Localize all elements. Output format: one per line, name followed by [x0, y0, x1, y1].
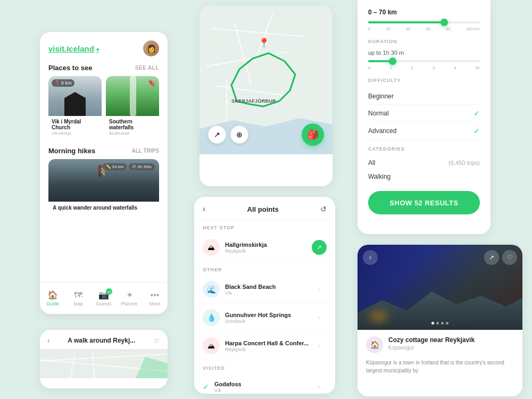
distance-slider-thumb[interactable] — [440, 19, 448, 26]
place-sub-church: Vikurkirkja — [52, 131, 98, 136]
map-location-pin: 📍 — [258, 37, 270, 49]
nav-map[interactable]: 🗺 Map — [65, 290, 91, 306]
logo-highlight: Iceland — [66, 44, 94, 53]
bottom-nav: 🏠 Guide 🗺 Map 📷 12 Guests ✦ Planner ••• … — [40, 282, 168, 314]
nav-more-label: More — [149, 301, 161, 306]
walk-card: ‹ A walk around Reykj... ☆ — [40, 330, 168, 388]
points-header: ‹ All points ↺ — [194, 197, 335, 220]
all-trips-link[interactable]: ALL TRIPS — [132, 148, 159, 154]
hike-distance-badge: 📏 24 km — [103, 163, 127, 170]
cottage-card: ‹ ↗ ♡ 🏠 Cozy cottage near Reykjavík Kópa… — [358, 245, 522, 396]
point-gunnuhver[interactable]: 💧 Gunnuhver Hot Springs Grindavík › — [194, 304, 335, 332]
guests-badge: 12 — [106, 288, 112, 295]
place-card-church[interactable]: 📍 6 km Vik i Myrdal Church Vikurkirkja — [48, 76, 102, 138]
nav-planner-label: Planner — [121, 301, 137, 306]
point-name-1: Black Sand Beach — [225, 284, 312, 290]
point-chevron-4[interactable]: › — [312, 379, 327, 394]
point-icon-church: ⛰ — [203, 239, 220, 256]
distance-badge: 📍 6 km — [52, 79, 74, 87]
point-icon-harpa: ⛰ — [203, 337, 220, 354]
map-background[interactable]: 📍 SKERJAFJÖRÐUR ↗ ⊕ 🎒 — [200, 5, 332, 154]
hikes-title: Morning hikes — [48, 147, 95, 155]
normal-check-icon: ✓ — [473, 109, 480, 118]
place-card-waterfall[interactable]: 🔖 Southern waterfalls Ásólfsskáli — [106, 76, 159, 138]
walk-back-btn[interactable]: ‹ — [47, 336, 50, 345]
place-name-church: Vik i Myrdal Church — [52, 119, 98, 130]
cottage-description: Kópavogur is a town in Iceland that is t… — [358, 356, 522, 380]
nav-guests[interactable]: 📷 12 Guests — [91, 290, 117, 306]
cottage-info: 🏠 Cozy cottage near Reykjavík Kópavogur — [358, 330, 522, 356]
walk-green-area — [136, 357, 168, 378]
point-icon-beach: 🌊 — [203, 281, 220, 298]
map-navigate-fab[interactable]: 🎒 — [302, 123, 324, 146]
logo-dropdown-arrow[interactable]: ▾ — [96, 47, 99, 53]
duration-value: up to 1h 30 m — [368, 49, 480, 56]
cottage-type-icon: 🏠 — [366, 336, 383, 353]
distance-range-label: 0 – 70 km — [368, 9, 480, 16]
point-chevron-3[interactable]: › — [312, 338, 327, 353]
nav-map-label: Map — [73, 301, 83, 306]
point-name-4: Godafoss — [214, 381, 312, 387]
point-black-sand[interactable]: 🌊 Black Sand Beach Vík › — [194, 276, 335, 304]
walk-map[interactable] — [40, 349, 168, 378]
point-city-3: Reykjavík — [225, 347, 312, 352]
app-logo: visit.Iceland ▾ — [48, 44, 99, 53]
places-row: 📍 6 km Vik i Myrdal Church Vikurkirkja 🔖… — [40, 76, 168, 145]
hike-card[interactable]: 🧗 📏 24 km ⏱ 2h 30m A quick wander around… — [48, 159, 159, 214]
distance-slider-track[interactable] — [368, 21, 480, 23]
guide-icon: 🏠 — [47, 290, 58, 300]
hike-duration-badge: ⏱ 2h 30m — [129, 163, 155, 170]
image-dots — [431, 322, 448, 325]
point-city-0: Reykjavík — [225, 248, 312, 254]
distance-filter: 0 – 70 km 020406080100 km DURATION up to… — [358, 0, 491, 184]
point-name-0: Hallgrímskirkja — [225, 242, 312, 248]
point-city-4: Vík — [214, 388, 312, 393]
advanced-check-icon: ✓ — [473, 127, 480, 135]
map-controls: ↗ ⊕ 🎒 — [200, 123, 332, 146]
duration-slider-track[interactable] — [368, 60, 480, 62]
categories-label: CATEGORIES — [368, 146, 480, 152]
walk-favorite-btn[interactable]: ☆ — [153, 336, 160, 345]
nav-more[interactable]: ••• More — [142, 290, 168, 306]
point-name-3: Harpa Concert Hall & Confer... — [225, 340, 312, 346]
nav-guide[interactable]: 🏠 Guide — [40, 290, 65, 306]
point-harpa[interactable]: ⛰ Harpa Concert Hall & Confer... Reykjav… — [194, 332, 335, 360]
difficulty-beginner[interactable]: Beginner — [368, 88, 480, 105]
walk-header: ‹ A walk around Reykj... ☆ — [40, 330, 168, 349]
category-all[interactable]: All (6,450 trips) — [368, 156, 480, 170]
logo-prefix: visit. — [48, 44, 66, 53]
map-direction-btn[interactable]: ↗ — [208, 126, 226, 144]
cottage-location: Kópavogur — [388, 345, 475, 351]
dot-2 — [436, 322, 439, 325]
category-walking[interactable]: Walking — [368, 170, 480, 184]
hike-description: A quick wander around waterfalls — [48, 202, 159, 214]
show-results-btn[interactable]: SHOW 52 RESULTS — [368, 191, 480, 214]
avatar[interactable]: 👩 — [143, 40, 159, 56]
nav-planner[interactable]: ✦ Planner — [117, 290, 142, 306]
difficulty-normal[interactable]: Normal ✓ — [368, 105, 480, 122]
map-card: 📍 SKERJAFJÖRÐUR ↗ ⊕ 🎒 — [200, 5, 332, 186]
cottage-image: ‹ ↗ ♡ — [358, 245, 522, 330]
point-navigate-btn-0[interactable]: ↗ — [312, 240, 327, 255]
point-hallgrimskirkja[interactable]: ⛰ Hallgrímskirkja Reykjavík ↗ — [194, 234, 335, 262]
difficulty-advanced[interactable]: Advanced ✓ — [368, 122, 480, 140]
point-godafoss[interactable]: ✓ Godafoss Vík › — [194, 374, 335, 394]
dot-1 — [431, 322, 434, 325]
favorite-btn[interactable]: ♡ — [502, 250, 517, 265]
share-btn[interactable]: ↗ — [484, 250, 499, 265]
map-route-svg — [221, 37, 306, 122]
map-layers-btn[interactable]: ⊕ — [230, 126, 248, 144]
prev-image-btn[interactable]: ‹ — [363, 250, 378, 265]
other-label: OTHER — [194, 262, 335, 276]
distance-ticks: 020406080100 km — [368, 27, 480, 31]
distance-slider-fill — [368, 21, 444, 23]
point-icon-springs: 💧 — [203, 309, 220, 326]
point-chevron-2[interactable]: › — [312, 310, 327, 325]
point-chevron-1[interactable]: › — [312, 282, 327, 297]
duration-slider-thumb[interactable] — [389, 57, 396, 65]
nav-guide-label: Guide — [46, 301, 59, 306]
image-controls: ‹ ↗ ♡ — [363, 250, 517, 265]
places-title: Places to see — [48, 64, 92, 72]
points-refresh-btn[interactable]: ↺ — [320, 205, 327, 213]
see-all-places[interactable]: SEE ALL — [135, 65, 159, 71]
